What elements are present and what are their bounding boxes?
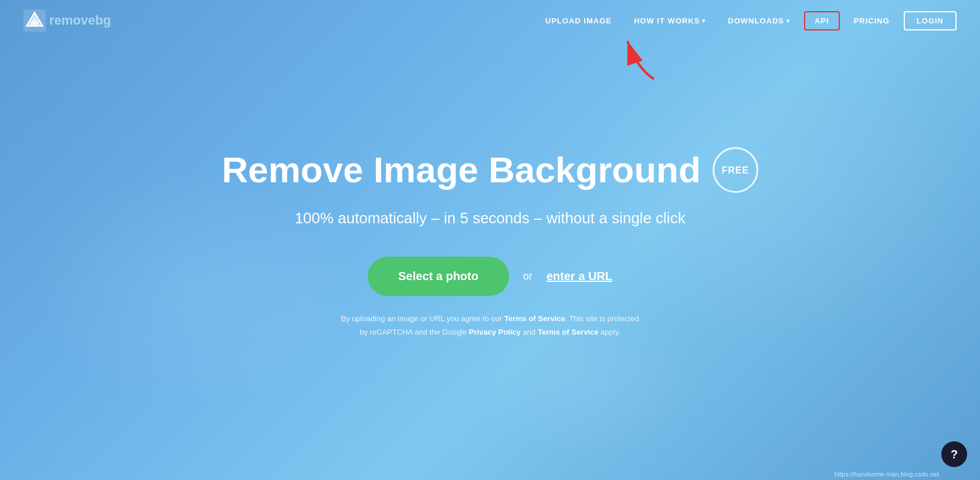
nav-pricing[interactable]: PRICING <box>846 12 898 30</box>
nav-login[interactable]: LOGIN <box>904 11 957 30</box>
how-it-works-chevron-icon: ▾ <box>702 18 706 24</box>
nav-upload-image[interactable]: UPLOAD IMAGE <box>537 12 620 30</box>
logo-text: removebg <box>49 13 111 28</box>
nav-links: UPLOAD IMAGE HOW IT WORKS ▾ DOWNLOADS ▾ … <box>537 11 957 30</box>
cta-row: Select a photo or enter a URL <box>368 257 612 296</box>
nav-api[interactable]: API <box>804 11 840 30</box>
logo[interactable]: removebg <box>23 9 111 32</box>
removebg-logo-icon <box>23 9 46 32</box>
privacy-policy-link[interactable]: Privacy Policy <box>469 328 521 336</box>
hero-section: removebg UPLOAD IMAGE HOW IT WORKS ▾ DOW… <box>0 0 980 480</box>
hero-subtitle: 100% automatically – in 5 seconds – with… <box>294 209 685 227</box>
free-badge: FREE <box>713 147 758 193</box>
terms-of-service-link-1[interactable]: Terms of Service <box>504 314 565 323</box>
navbar: removebg UPLOAD IMAGE HOW IT WORKS ▾ DOW… <box>0 0 980 41</box>
terms-of-service-link-2[interactable]: Terms of Service <box>538 328 599 336</box>
or-text: or <box>523 270 533 282</box>
nav-downloads[interactable]: DOWNLOADS ▾ <box>720 12 798 30</box>
hero-content: Remove Image Background FREE 100% automa… <box>0 41 980 480</box>
terms-text: By uploading an image or URL you agree t… <box>341 312 639 338</box>
select-photo-button[interactable]: Select a photo <box>368 257 509 296</box>
enter-url-link[interactable]: enter a URL <box>547 270 612 283</box>
status-bar-url: https://handsome-man.blog.csdn.net <box>835 468 939 480</box>
hero-title: Remove Image Background FREE <box>222 147 758 193</box>
help-button[interactable]: ? <box>941 441 967 467</box>
nav-how-it-works[interactable]: HOW IT WORKS ▾ <box>626 12 714 30</box>
downloads-chevron-icon: ▾ <box>786 18 790 24</box>
